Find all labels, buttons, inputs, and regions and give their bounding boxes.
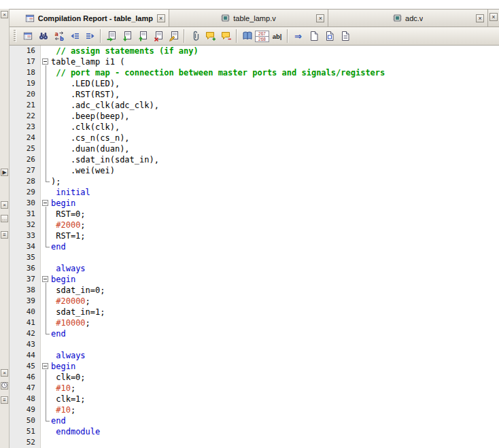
code-text[interactable] <box>51 437 499 448</box>
code-text[interactable] <box>51 339 499 350</box>
code-line: 21 .adc_clk(adc_clk), <box>10 100 499 111</box>
close-bottom-button[interactable]: × <box>1 369 8 377</box>
report-window-button[interactable] <box>20 29 35 44</box>
fold-toggle[interactable] <box>42 58 48 65</box>
code-editor[interactable]: 16 // assign statements (if any)17table_… <box>10 46 499 448</box>
grip-handle[interactable]: ≡ <box>1 396 8 404</box>
outdent-button[interactable] <box>67 29 82 44</box>
code-text[interactable]: end <box>51 241 499 252</box>
fold-toggle[interactable] <box>42 276 48 282</box>
indent-button[interactable] <box>82 29 98 44</box>
close-document-group-button[interactable]: × <box>489 13 498 21</box>
line-indicator[interactable]: 267268 <box>255 31 269 42</box>
attach-button[interactable] <box>187 29 203 44</box>
code-text[interactable]: sdat_in=1; <box>51 307 499 317</box>
code-text[interactable]: RST=0; <box>51 209 499 220</box>
save-block-button[interactable] <box>119 29 135 44</box>
tab-label: adc.v <box>405 14 423 22</box>
code-text[interactable]: .LED(LED), <box>51 78 499 89</box>
open-block-button[interactable] <box>135 29 150 44</box>
templates-button[interactable] <box>239 29 255 44</box>
code-text[interactable]: #2000; <box>51 220 499 230</box>
clock-button[interactable] <box>1 382 8 390</box>
panel-list-button[interactable]: ≡ <box>1 231 8 239</box>
code-text[interactable]: .clk(clk), <box>51 122 499 133</box>
menu-icon: ≡ <box>3 232 6 238</box>
code-line: 44 always <box>10 350 499 361</box>
toolbar-grip-handle[interactable] <box>14 30 16 42</box>
code-text[interactable]: // port map - connection between master … <box>51 67 499 78</box>
indent-icon <box>85 31 96 41</box>
code-text[interactable]: begin <box>51 198 499 209</box>
line-count-bottom: 268 <box>256 37 269 41</box>
fold-toggle[interactable] <box>42 363 48 369</box>
line-number: 43 <box>10 339 41 350</box>
expand-panel-button[interactable]: ▶ <box>1 169 8 176</box>
code-text[interactable]: // assign statements (if any) <box>51 46 499 56</box>
code-text[interactable]: always <box>51 350 499 361</box>
code-text[interactable] <box>51 252 499 263</box>
line-number: 39 <box>10 296 41 307</box>
code-text[interactable]: #10; <box>51 404 499 415</box>
line-number: 18 <box>10 67 41 78</box>
new-window-button[interactable] <box>306 29 322 44</box>
code-text[interactable]: .sdat_in(sdat_in), <box>51 154 499 165</box>
fold-column <box>41 100 51 111</box>
delete-block-button[interactable] <box>150 29 166 44</box>
code-text[interactable]: endmodule <box>51 426 499 437</box>
fold-column <box>41 46 51 56</box>
close-top-button[interactable]: × <box>1 11 8 18</box>
code-line: 31 RST=0; <box>10 209 499 220</box>
tab-table-lamp-v[interactable]: table_lamp.v× <box>169 10 329 27</box>
line-number: 42 <box>10 328 41 339</box>
code-text[interactable]: .RST(RST), <box>51 89 499 100</box>
word-wrap-button[interactable]: ab| <box>269 29 285 44</box>
code-text[interactable]: clk=1; <box>51 394 499 404</box>
doc-arrow-down-icon <box>122 31 133 41</box>
edit-block-button[interactable] <box>166 29 182 44</box>
code-line: 40 sdat_in=1; <box>10 307 499 317</box>
close-tab-button[interactable]: × <box>476 14 484 22</box>
code-text[interactable]: sdat_in=0; <box>51 285 499 296</box>
code-text[interactable]: .duan(duan), <box>51 143 499 154</box>
code-line: 43 <box>10 339 499 350</box>
frame-view-button[interactable] <box>322 29 337 44</box>
fold-toggle[interactable] <box>42 200 48 206</box>
find-button[interactable] <box>35 29 51 44</box>
close-tab-button[interactable]: × <box>157 14 165 22</box>
code-text[interactable]: .cs_n(cs_n), <box>51 133 499 143</box>
code-text[interactable]: initial <box>51 187 499 198</box>
code-text[interactable]: ); <box>51 176 499 187</box>
tab-adc-v[interactable]: adc.v× <box>328 10 488 27</box>
code-text[interactable]: begin <box>51 361 499 372</box>
close-middle-button[interactable]: × <box>1 201 8 209</box>
close-tab-button[interactable]: × <box>316 14 324 22</box>
code-line: 35 <box>10 252 499 263</box>
fold-column <box>41 372 51 383</box>
more-options-button[interactable]: … <box>1 215 8 222</box>
code-text[interactable]: .wei(wei) <box>51 165 499 176</box>
code-text[interactable]: end <box>51 415 499 426</box>
code-text[interactable]: RST=1; <box>51 230 499 241</box>
code-text[interactable]: table_lamp i1 ( <box>51 56 499 67</box>
replace-button[interactable]: ab <box>51 29 67 44</box>
code-text[interactable]: #10; <box>51 383 499 394</box>
code-text[interactable]: begin <box>51 274 499 285</box>
code-line: 48 clk=1; <box>10 394 499 404</box>
code-text[interactable]: always <box>51 263 499 274</box>
tab-compilation-report[interactable]: Compilation Report - table_lamp× <box>10 10 169 27</box>
code-text[interactable]: #10000; <box>51 317 499 328</box>
code-text[interactable]: clk=0; <box>51 372 499 383</box>
line-number: 48 <box>10 394 41 404</box>
code-text[interactable]: #20000; <box>51 296 499 307</box>
remove-comment-button[interactable] <box>218 29 234 44</box>
fold-column <box>41 296 51 307</box>
code-text[interactable]: end <box>51 328 499 339</box>
report-grid-icon <box>23 31 33 41</box>
notes-button[interactable] <box>337 29 353 44</box>
insert-template-button[interactable] <box>103 29 119 44</box>
code-text[interactable]: .beep(beep), <box>51 111 499 122</box>
goto-button[interactable]: ⇒ <box>290 29 306 44</box>
add-comment-button[interactable] <box>203 29 218 44</box>
code-text[interactable]: .adc_clk(adc_clk), <box>51 100 499 111</box>
